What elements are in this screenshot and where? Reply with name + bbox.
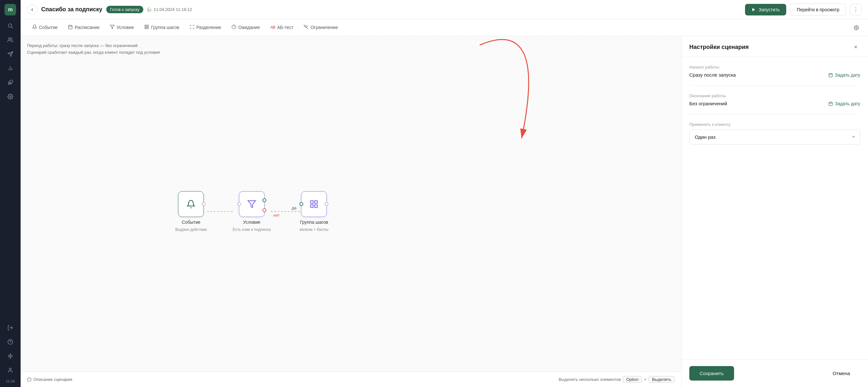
toolbar-item-event[interactable]: Событие: [27, 19, 63, 36]
svg-line-1: [11, 27, 12, 28]
svg-rect-37: [829, 73, 833, 77]
option-key: Option: [623, 376, 642, 383]
settings-panel: Настройки сценария × Начало работы Сразу…: [681, 36, 868, 387]
node-box-event[interactable]: [178, 191, 204, 217]
stepgroup-icon: [144, 25, 149, 30]
plus-sign: +: [644, 377, 647, 382]
sidebar-item-settings[interactable]: [4, 90, 17, 103]
svg-marker-20: [110, 25, 114, 28]
settings-apply-section: Применять к клиенту Один раз Каждый раз …: [689, 122, 860, 145]
svg-rect-30: [311, 201, 313, 204]
apply-select[interactable]: Один раз Каждый раз Ограниченное количес…: [689, 129, 860, 145]
sidebar-item-campaigns[interactable]: [4, 48, 17, 61]
sidebar-item-lightning[interactable]: [4, 350, 17, 362]
toolbar-wait-label: Ожидание: [238, 25, 260, 30]
divider-1: [689, 85, 860, 86]
toolbar-item-wait[interactable]: Ожидание: [226, 19, 265, 36]
sidebar-item-search[interactable]: [4, 19, 17, 32]
canvas-settings-button[interactable]: [851, 23, 862, 33]
preview-button[interactable]: Перейти в просмотр: [790, 4, 846, 16]
svg-marker-15: [752, 8, 755, 11]
bottom-bar: Описание сценария Выделить несколько эле…: [21, 371, 681, 387]
set-end-date-label: Задать дату: [835, 101, 860, 106]
settings-header: Настройки сценария ×: [682, 36, 868, 57]
set-end-date-button[interactable]: Задать дату: [828, 101, 860, 106]
node-group-label: Группа шагов: [300, 219, 328, 225]
svg-rect-41: [829, 102, 833, 106]
sidebar-item-analytics[interactable]: [4, 62, 17, 75]
node-box-group[interactable]: [301, 191, 327, 217]
sidebar-logo[interactable]: m: [4, 4, 16, 16]
cancel-settings-button[interactable]: Отмена: [822, 366, 860, 381]
apply-section-label: Применять к клиенту: [689, 122, 860, 127]
launch-button[interactable]: Запустить: [745, 4, 786, 16]
node-condition-sublabel: Есть клик и подписка: [233, 227, 271, 232]
canvas-area[interactable]: Период работы: сразу после запуска — без…: [21, 36, 681, 387]
end-row: Без ограничений Задать дату: [689, 101, 860, 106]
save-date-text: 11.04.2024 11:16:12: [154, 7, 192, 12]
calendar-icon: [68, 25, 73, 30]
sidebar-item-users[interactable]: [4, 33, 17, 47]
line-label-yes: да: [292, 205, 297, 210]
svg-marker-13: [8, 354, 12, 359]
wait-icon: [231, 25, 236, 30]
toolbar-condition-label: Условие: [117, 25, 134, 30]
settings-title: Настройки сценария: [689, 44, 749, 51]
start-section-label: Начало работы: [689, 65, 860, 69]
save-settings-button[interactable]: Сохранить: [689, 366, 734, 381]
bell-icon: [32, 25, 37, 30]
toolbar-item-abtest[interactable]: AB АБ-тест: [265, 19, 299, 36]
canvas-info: Период работы: сразу после запуска — без…: [27, 42, 160, 56]
toolbar-item-condition[interactable]: Условие: [105, 19, 139, 36]
svg-rect-33: [315, 205, 317, 207]
sidebar-item-exit[interactable]: [4, 321, 17, 334]
toolbar-item-stepgroup[interactable]: Группа шагов: [139, 19, 184, 36]
node-box-condition[interactable]: [239, 191, 265, 217]
toolbar-split-label: Разделение: [196, 25, 221, 30]
node-group-sublabel: велком + баллы: [300, 227, 329, 232]
toolbar-item-limit[interactable]: Ограничение: [299, 19, 343, 36]
start-row: Сразу после запуска Задать дату: [689, 72, 860, 78]
flow-diagram: Событие Выдано действие: [175, 191, 329, 232]
sidebar-item-profile[interactable]: [4, 364, 17, 377]
end-section-label: Окончание работы: [689, 93, 860, 98]
flow-node-group[interactable]: Группа шагов велком + баллы: [300, 191, 329, 232]
toolbar-abtest-label: АБ-тест: [277, 25, 293, 30]
sidebar-item-integrations[interactable]: [4, 76, 17, 89]
svg-rect-16: [69, 25, 72, 29]
select-multiple-label: Выделить несколько элементов: [559, 377, 621, 382]
settings-footer: Сохранить Отмена: [682, 359, 868, 387]
svg-point-2: [9, 38, 11, 39]
settings-start-section: Начало работы Сразу после запуска Задать…: [689, 65, 860, 78]
svg-point-0: [8, 24, 12, 27]
save-date: 11.04.2024 11:16:12: [147, 7, 192, 12]
svg-rect-21: [145, 25, 146, 26]
svg-rect-23: [145, 27, 146, 28]
more-button[interactable]: ⋮: [850, 4, 862, 16]
node-condition-label: Условие: [243, 219, 260, 225]
svg-point-28: [856, 27, 857, 28]
svg-point-9: [10, 96, 11, 97]
flow-node-condition[interactable]: Условие Есть клик и подписка: [233, 191, 271, 232]
settings-close-button[interactable]: ×: [851, 42, 860, 52]
toolbar-item-schedule[interactable]: Расписание: [63, 19, 105, 36]
canvas-info-line1: Период работы: сразу после запуска — без…: [27, 42, 160, 49]
scenario-description[interactable]: Описание сценария: [27, 377, 72, 382]
toolbar-item-split[interactable]: Разделение: [184, 19, 226, 36]
header: Спасибо за подписку Готов к запуску 11.0…: [21, 0, 868, 19]
divider-2: [689, 114, 860, 114]
select-action-key: Выделить: [648, 376, 675, 383]
filter-icon: [110, 25, 115, 30]
set-start-date-button[interactable]: Задать дату: [828, 72, 860, 78]
sidebar-item-help[interactable]: [4, 335, 17, 348]
node-event-sublabel: Выдано действие: [175, 227, 207, 232]
svg-marker-29: [248, 201, 255, 208]
split-icon: [190, 25, 194, 30]
back-button[interactable]: [27, 4, 37, 15]
sidebar-time: 11:16: [6, 379, 15, 383]
flow-node-event[interactable]: Событие Выдано действие: [175, 191, 207, 232]
sidebar: m 11:16: [0, 0, 21, 387]
svg-rect-32: [311, 205, 313, 207]
main-content: Спасибо за подписку Готов к запуску 11.0…: [21, 0, 868, 387]
description-label: Описание сценария: [33, 377, 72, 382]
